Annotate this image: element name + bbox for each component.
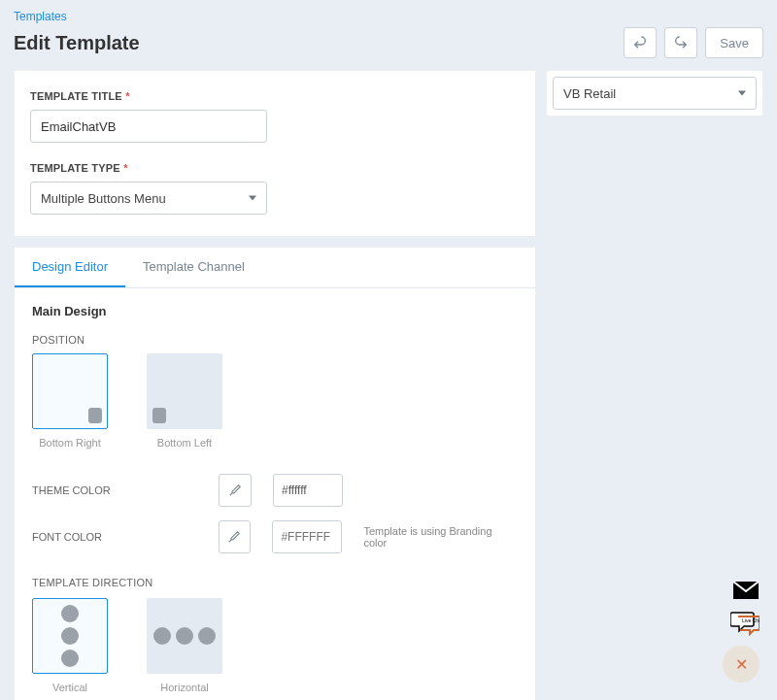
direction-caption-h: Horizontal <box>147 682 222 693</box>
position-label: POSITION <box>32 334 518 346</box>
template-title-input[interactable] <box>30 110 267 143</box>
dot-icon <box>153 627 171 645</box>
position-marker-icon <box>88 408 102 423</box>
theme-color-input[interactable] <box>273 474 343 507</box>
redo-button[interactable] <box>664 27 697 58</box>
dot-icon <box>61 605 79 622</box>
tab-template-channel[interactable]: Template Channel <box>125 248 262 287</box>
font-color-note: Template is using Branding color <box>363 525 518 549</box>
dot-icon <box>61 650 79 667</box>
position-caption-bl: Bottom Left <box>147 437 222 449</box>
font-color-picker[interactable] <box>219 520 252 553</box>
eyedropper-icon <box>227 530 241 544</box>
font-color-label: FONT COLOR <box>32 531 197 543</box>
main-design-heading: Main Design <box>32 304 518 318</box>
close-icon: ✕ <box>735 655 748 674</box>
eyedropper-icon <box>228 483 242 497</box>
position-marker-icon <box>152 408 166 423</box>
theme-color-picker[interactable] <box>219 474 252 507</box>
redo-icon <box>673 35 689 50</box>
template-direction-label: TEMPLATE DIRECTION <box>32 577 518 588</box>
breadcrumb-templates[interactable]: Templates <box>14 10 67 23</box>
close-widget-button[interactable]: ✕ <box>723 646 760 683</box>
template-type-label: TEMPLATE TYPE * <box>30 162 128 174</box>
font-color-input[interactable] <box>272 520 342 553</box>
dot-icon <box>198 627 216 645</box>
position-option-bottom-right[interactable]: Bottom Right <box>32 353 108 449</box>
position-option-bottom-left[interactable]: Bottom Left <box>147 353 222 449</box>
template-form-panel: TEMPLATE TITLE * TEMPLATE TYPE * Multipl… <box>14 70 536 237</box>
live-chat-icon[interactable]: Live Chat <box>730 611 760 636</box>
page-title: Edit Template <box>14 32 140 54</box>
dot-icon <box>61 627 79 645</box>
position-caption-br: Bottom Right <box>32 437 108 449</box>
direction-caption-v: Vertical <box>32 682 108 693</box>
template-type-select[interactable]: Multiple Buttons Menu <box>30 182 267 215</box>
direction-option-horizontal[interactable]: Horizontal <box>147 598 222 693</box>
theme-color-label: THEME COLOR <box>32 484 197 496</box>
email-icon[interactable] <box>732 582 760 599</box>
brand-select[interactable]: VB Retail <box>553 77 757 110</box>
dot-icon <box>176 627 193 645</box>
save-button[interactable]: Save <box>705 27 763 58</box>
svg-text:Live Chat: Live Chat <box>742 617 760 623</box>
editor-panel: Design Editor Template Channel Main Desi… <box>14 247 536 700</box>
tab-design-editor[interactable]: Design Editor <box>15 248 125 287</box>
template-title-label: TEMPLATE TITLE * <box>30 90 130 102</box>
direction-option-vertical[interactable]: Vertical <box>32 598 108 693</box>
undo-button[interactable] <box>624 27 657 58</box>
undo-icon <box>632 35 648 50</box>
